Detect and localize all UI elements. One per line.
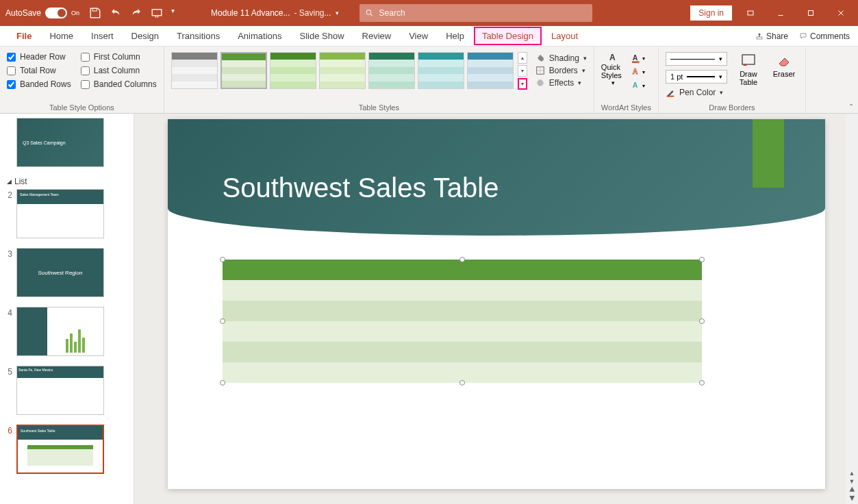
group-wordart-styles: A Quick Styles▾ A▾ A▾ A▾ WordArt Styles	[594, 47, 659, 113]
comments-button[interactable]: Comments	[799, 32, 850, 41]
undo-icon[interactable]	[110, 7, 122, 19]
search-input[interactable]	[379, 8, 587, 18]
tab-design[interactable]: Design	[123, 27, 167, 45]
styles-scroll-up[interactable]: ▴	[518, 52, 527, 64]
close-button[interactable]	[829, 6, 853, 20]
svg-point-2	[366, 10, 371, 15]
selection-handle[interactable]	[699, 380, 705, 386]
redo-icon[interactable]	[130, 7, 142, 19]
styles-scroll-down[interactable]: ▾	[518, 65, 527, 77]
sign-in-button[interactable]: Sign in	[690, 5, 732, 21]
search-box[interactable]	[359, 4, 592, 22]
selection-handle[interactable]	[459, 380, 465, 386]
table-style-7[interactable]	[467, 52, 514, 89]
thumbnail-1[interactable]: Q3 Sales Campaign	[3, 118, 131, 167]
tab-view[interactable]: View	[401, 27, 436, 45]
group-draw-borders: ▾ 1 pt▾ Pen Color ▾ Draw Table Eraser Dr…	[659, 47, 806, 113]
chk-banded-rows[interactable]: Banded Rows	[7, 79, 71, 89]
table-style-4[interactable]	[319, 52, 366, 89]
quick-styles-button[interactable]: A Quick Styles▾	[601, 52, 626, 86]
ribbon-display-button[interactable]	[739, 6, 762, 20]
tab-animations[interactable]: Animations	[229, 27, 290, 45]
table-row	[223, 260, 702, 280]
svg-rect-14	[742, 55, 755, 64]
minimize-button[interactable]	[769, 6, 792, 20]
pen-style-dropdown[interactable]: ▾	[666, 52, 727, 66]
tab-layout[interactable]: Layout	[543, 27, 586, 45]
table-style-2[interactable]	[220, 52, 267, 89]
document-title: Module 11 Advance...	[211, 8, 290, 18]
eraser-button[interactable]: Eraser	[770, 52, 798, 78]
effects-dropdown[interactable]: Effects ▾	[535, 78, 587, 88]
selection-handle[interactable]	[220, 380, 225, 386]
toggle-switch[interactable]	[45, 8, 67, 18]
tab-table-design[interactable]: Table Design	[474, 27, 542, 45]
slide-accent-shape	[753, 119, 784, 188]
chk-banded-columns[interactable]: Banded Columns	[81, 79, 157, 89]
pen-color-dropdown[interactable]: Pen Color ▾	[666, 88, 727, 97]
shading-dropdown[interactable]: Shading ▾	[535, 53, 587, 63]
tab-review[interactable]: Review	[354, 27, 400, 45]
thumbnail-2[interactable]: 2 Sales Management Team	[3, 189, 131, 238]
scroll-down-icon[interactable]: ▼	[849, 478, 855, 485]
ribbon-content: Header Row First Column Total Row Last C…	[0, 47, 858, 114]
tab-slide-show[interactable]: Slide Show	[292, 27, 353, 45]
tab-file[interactable]: File	[8, 27, 40, 45]
autosave-state: On	[71, 10, 79, 16]
thumbnail-panel[interactable]: Q3 Sales Campaign ◢List 2 Sales Manageme…	[0, 114, 134, 504]
scroll-up-icon[interactable]: ▲	[849, 470, 855, 477]
thumbnail-5[interactable]: 5 Santa Fe, New Mexico	[3, 366, 131, 415]
chk-total-row[interactable]: Total Row	[7, 66, 71, 75]
borders-dropdown[interactable]: Borders ▾	[535, 66, 587, 75]
selection-handle[interactable]	[699, 318, 705, 324]
svg-rect-5	[757, 37, 762, 39]
table-style-3[interactable]	[270, 52, 316, 89]
slide-table[interactable]	[223, 260, 702, 383]
autosave-toggle[interactable]: AutoSave On	[5, 8, 79, 18]
selection-handle[interactable]	[459, 257, 465, 262]
svg-text:A: A	[633, 53, 638, 62]
thumbnail-4[interactable]: 4	[3, 307, 131, 356]
prev-slide-icon[interactable]: ⯅	[849, 486, 855, 493]
svg-text:A: A	[633, 67, 638, 75]
collapse-ribbon-button[interactable]: ⌃	[848, 103, 854, 110]
table-row	[223, 321, 702, 342]
tab-home[interactable]: Home	[41, 27, 81, 45]
slide-title[interactable]: Southwest Sales Table	[223, 173, 499, 203]
next-slide-icon[interactable]: ⯆	[849, 494, 855, 501]
save-icon[interactable]	[89, 7, 101, 19]
svg-text:A: A	[633, 81, 638, 89]
selection-handle[interactable]	[699, 257, 705, 262]
styles-more-button[interactable]: ▾	[518, 78, 527, 90]
chk-last-column[interactable]: Last Column	[81, 66, 157, 75]
text-fill-dropdown[interactable]: A▾	[630, 52, 645, 64]
selection-handle[interactable]	[220, 318, 225, 324]
draw-table-button[interactable]: Draw Table	[734, 52, 763, 86]
qat-more-icon[interactable]: ▾	[171, 7, 184, 19]
present-icon[interactable]	[151, 7, 163, 19]
title-dropdown-icon[interactable]: ▾	[336, 10, 339, 16]
table-style-5[interactable]	[368, 52, 415, 89]
table-style-6[interactable]	[418, 52, 464, 89]
group-table-style-options: Header Row First Column Total Row Last C…	[0, 47, 164, 113]
chk-first-column[interactable]: First Column	[81, 52, 157, 62]
table-style-1[interactable]	[171, 52, 218, 89]
selection-handle[interactable]	[220, 257, 225, 262]
thumbnail-3[interactable]: 3 Southwest Region	[3, 248, 131, 297]
section-header[interactable]: ◢List	[7, 177, 131, 186]
canvas-scrollbar[interactable]: ▲ ▼ ⯅ ⯆	[846, 114, 858, 504]
pen-weight-dropdown[interactable]: 1 pt▾	[666, 70, 727, 84]
chk-header-row[interactable]: Header Row	[7, 52, 71, 62]
search-icon	[365, 8, 374, 18]
svg-rect-1	[152, 10, 162, 16]
text-outline-dropdown[interactable]: A▾	[630, 66, 645, 78]
text-effects-dropdown[interactable]: A▾	[630, 79, 645, 92]
maximize-button[interactable]	[799, 6, 822, 20]
svg-rect-10	[632, 62, 640, 63]
share-button[interactable]: Share	[755, 32, 788, 41]
thumbnail-6[interactable]: 6 Southwest Sales Table	[3, 425, 131, 474]
tab-insert[interactable]: Insert	[83, 27, 122, 45]
slide-canvas[interactable]: Southwest Sales Table	[134, 114, 858, 504]
tab-help[interactable]: Help	[438, 27, 472, 45]
tab-transitions[interactable]: Transitions	[168, 27, 228, 45]
